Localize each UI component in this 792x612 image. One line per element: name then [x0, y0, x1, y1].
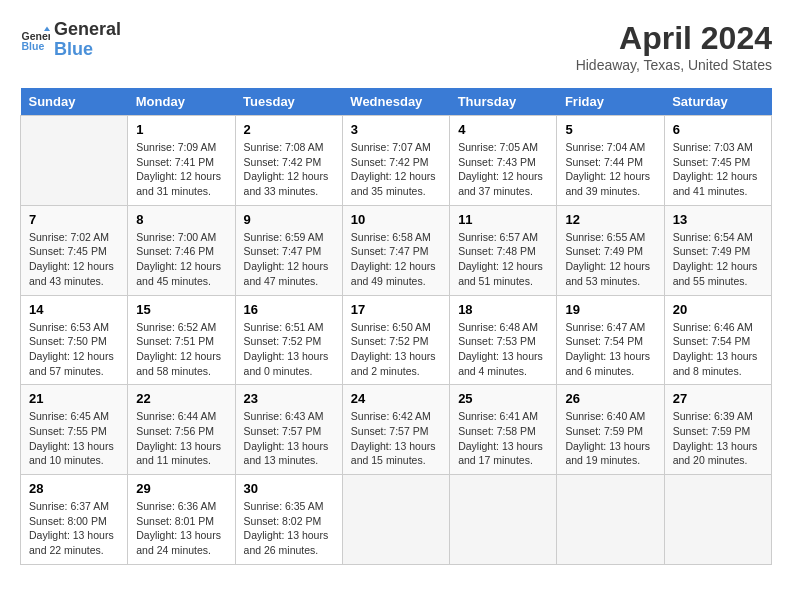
day-number: 21 [29, 391, 119, 406]
day-cell: 22Sunrise: 6:44 AM Sunset: 7:56 PM Dayli… [128, 385, 235, 475]
day-detail: Sunrise: 7:09 AM Sunset: 7:41 PM Dayligh… [136, 140, 226, 199]
day-detail: Sunrise: 7:05 AM Sunset: 7:43 PM Dayligh… [458, 140, 548, 199]
day-cell: 6Sunrise: 7:03 AM Sunset: 7:45 PM Daylig… [664, 116, 771, 206]
day-detail: Sunrise: 7:07 AM Sunset: 7:42 PM Dayligh… [351, 140, 441, 199]
day-detail: Sunrise: 6:46 AM Sunset: 7:54 PM Dayligh… [673, 320, 763, 379]
column-header-friday: Friday [557, 88, 664, 116]
column-header-saturday: Saturday [664, 88, 771, 116]
svg-marker-2 [44, 26, 50, 31]
day-cell: 7Sunrise: 7:02 AM Sunset: 7:45 PM Daylig… [21, 205, 128, 295]
day-cell [342, 475, 449, 565]
logo: General Blue General Blue [20, 20, 121, 60]
day-detail: Sunrise: 6:50 AM Sunset: 7:52 PM Dayligh… [351, 320, 441, 379]
day-cell: 25Sunrise: 6:41 AM Sunset: 7:58 PM Dayli… [450, 385, 557, 475]
day-cell: 3Sunrise: 7:07 AM Sunset: 7:42 PM Daylig… [342, 116, 449, 206]
day-cell: 18Sunrise: 6:48 AM Sunset: 7:53 PM Dayli… [450, 295, 557, 385]
day-cell: 30Sunrise: 6:35 AM Sunset: 8:02 PM Dayli… [235, 475, 342, 565]
day-number: 29 [136, 481, 226, 496]
day-cell: 4Sunrise: 7:05 AM Sunset: 7:43 PM Daylig… [450, 116, 557, 206]
week-row-3: 14Sunrise: 6:53 AM Sunset: 7:50 PM Dayli… [21, 295, 772, 385]
day-cell: 9Sunrise: 6:59 AM Sunset: 7:47 PM Daylig… [235, 205, 342, 295]
day-number: 30 [244, 481, 334, 496]
day-detail: Sunrise: 6:47 AM Sunset: 7:54 PM Dayligh… [565, 320, 655, 379]
page-header: General Blue General Blue April 2024 Hid… [20, 20, 772, 73]
day-cell: 11Sunrise: 6:57 AM Sunset: 7:48 PM Dayli… [450, 205, 557, 295]
day-cell: 17Sunrise: 6:50 AM Sunset: 7:52 PM Dayli… [342, 295, 449, 385]
day-number: 25 [458, 391, 548, 406]
day-detail: Sunrise: 6:54 AM Sunset: 7:49 PM Dayligh… [673, 230, 763, 289]
day-cell: 8Sunrise: 7:00 AM Sunset: 7:46 PM Daylig… [128, 205, 235, 295]
day-detail: Sunrise: 6:55 AM Sunset: 7:49 PM Dayligh… [565, 230, 655, 289]
day-detail: Sunrise: 7:03 AM Sunset: 7:45 PM Dayligh… [673, 140, 763, 199]
day-number: 2 [244, 122, 334, 137]
day-number: 7 [29, 212, 119, 227]
logo-icon: General Blue [20, 25, 50, 55]
day-number: 12 [565, 212, 655, 227]
day-detail: Sunrise: 6:44 AM Sunset: 7:56 PM Dayligh… [136, 409, 226, 468]
day-number: 26 [565, 391, 655, 406]
day-detail: Sunrise: 6:51 AM Sunset: 7:52 PM Dayligh… [244, 320, 334, 379]
day-number: 10 [351, 212, 441, 227]
column-header-wednesday: Wednesday [342, 88, 449, 116]
logo-line2: Blue [54, 39, 93, 59]
svg-text:Blue: Blue [22, 40, 45, 52]
day-cell: 1Sunrise: 7:09 AM Sunset: 7:41 PM Daylig… [128, 116, 235, 206]
day-detail: Sunrise: 6:35 AM Sunset: 8:02 PM Dayligh… [244, 499, 334, 558]
day-detail: Sunrise: 7:04 AM Sunset: 7:44 PM Dayligh… [565, 140, 655, 199]
day-number: 11 [458, 212, 548, 227]
day-number: 16 [244, 302, 334, 317]
day-cell: 26Sunrise: 6:40 AM Sunset: 7:59 PM Dayli… [557, 385, 664, 475]
week-row-2: 7Sunrise: 7:02 AM Sunset: 7:45 PM Daylig… [21, 205, 772, 295]
day-detail: Sunrise: 7:00 AM Sunset: 7:46 PM Dayligh… [136, 230, 226, 289]
day-detail: Sunrise: 6:37 AM Sunset: 8:00 PM Dayligh… [29, 499, 119, 558]
day-detail: Sunrise: 6:53 AM Sunset: 7:50 PM Dayligh… [29, 320, 119, 379]
day-number: 28 [29, 481, 119, 496]
day-cell: 12Sunrise: 6:55 AM Sunset: 7:49 PM Dayli… [557, 205, 664, 295]
day-cell: 16Sunrise: 6:51 AM Sunset: 7:52 PM Dayli… [235, 295, 342, 385]
day-number: 4 [458, 122, 548, 137]
day-cell: 27Sunrise: 6:39 AM Sunset: 7:59 PM Dayli… [664, 385, 771, 475]
main-title: April 2024 [576, 20, 772, 57]
day-detail: Sunrise: 6:57 AM Sunset: 7:48 PM Dayligh… [458, 230, 548, 289]
column-header-sunday: Sunday [21, 88, 128, 116]
day-cell: 14Sunrise: 6:53 AM Sunset: 7:50 PM Dayli… [21, 295, 128, 385]
day-detail: Sunrise: 6:52 AM Sunset: 7:51 PM Dayligh… [136, 320, 226, 379]
column-header-thursday: Thursday [450, 88, 557, 116]
title-block: April 2024 Hideaway, Texas, United State… [576, 20, 772, 73]
day-number: 23 [244, 391, 334, 406]
day-detail: Sunrise: 7:08 AM Sunset: 7:42 PM Dayligh… [244, 140, 334, 199]
day-detail: Sunrise: 6:45 AM Sunset: 7:55 PM Dayligh… [29, 409, 119, 468]
day-cell: 13Sunrise: 6:54 AM Sunset: 7:49 PM Dayli… [664, 205, 771, 295]
day-detail: Sunrise: 6:40 AM Sunset: 7:59 PM Dayligh… [565, 409, 655, 468]
day-number: 9 [244, 212, 334, 227]
day-number: 18 [458, 302, 548, 317]
day-number: 13 [673, 212, 763, 227]
day-cell: 15Sunrise: 6:52 AM Sunset: 7:51 PM Dayli… [128, 295, 235, 385]
day-cell [664, 475, 771, 565]
logo-line1: General [54, 20, 121, 40]
day-number: 8 [136, 212, 226, 227]
day-number: 27 [673, 391, 763, 406]
day-cell: 20Sunrise: 6:46 AM Sunset: 7:54 PM Dayli… [664, 295, 771, 385]
day-detail: Sunrise: 6:39 AM Sunset: 7:59 PM Dayligh… [673, 409, 763, 468]
day-detail: Sunrise: 7:02 AM Sunset: 7:45 PM Dayligh… [29, 230, 119, 289]
day-number: 22 [136, 391, 226, 406]
day-detail: Sunrise: 6:48 AM Sunset: 7:53 PM Dayligh… [458, 320, 548, 379]
calendar-table: SundayMondayTuesdayWednesdayThursdayFrid… [20, 88, 772, 565]
day-detail: Sunrise: 6:43 AM Sunset: 7:57 PM Dayligh… [244, 409, 334, 468]
day-number: 1 [136, 122, 226, 137]
day-number: 3 [351, 122, 441, 137]
column-header-monday: Monday [128, 88, 235, 116]
day-cell: 23Sunrise: 6:43 AM Sunset: 7:57 PM Dayli… [235, 385, 342, 475]
day-number: 15 [136, 302, 226, 317]
day-cell: 28Sunrise: 6:37 AM Sunset: 8:00 PM Dayli… [21, 475, 128, 565]
day-detail: Sunrise: 6:42 AM Sunset: 7:57 PM Dayligh… [351, 409, 441, 468]
day-cell [450, 475, 557, 565]
day-number: 20 [673, 302, 763, 317]
day-cell [21, 116, 128, 206]
day-detail: Sunrise: 6:41 AM Sunset: 7:58 PM Dayligh… [458, 409, 548, 468]
day-number: 5 [565, 122, 655, 137]
column-header-tuesday: Tuesday [235, 88, 342, 116]
week-row-1: 1Sunrise: 7:09 AM Sunset: 7:41 PM Daylig… [21, 116, 772, 206]
day-number: 6 [673, 122, 763, 137]
